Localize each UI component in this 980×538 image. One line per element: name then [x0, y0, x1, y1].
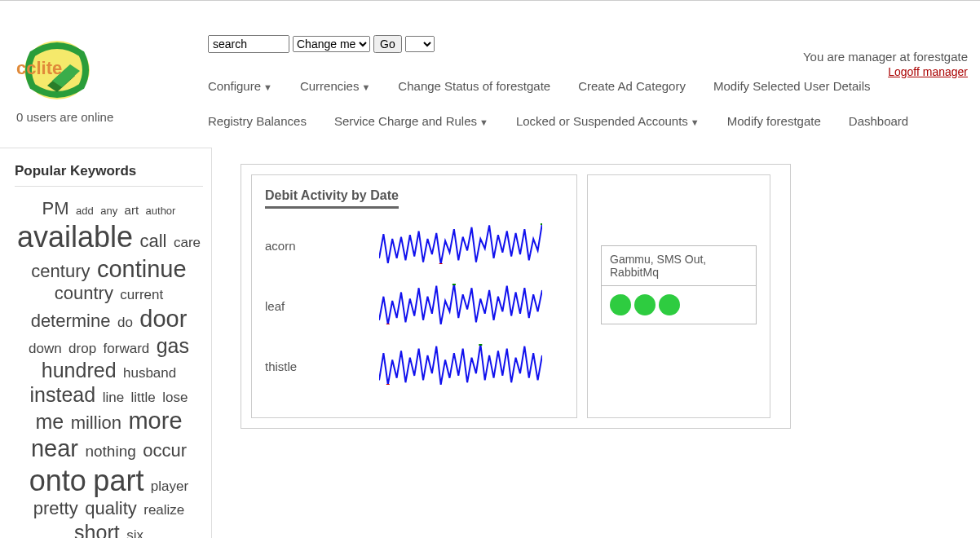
chart-panel: Debit Activity by Date acornleafthistle [251, 174, 577, 418]
tag-short[interactable]: short [73, 521, 121, 538]
search-input[interactable] [208, 35, 289, 53]
status-header: Gammu, SMS Out, RabbitMq [602, 246, 756, 286]
nav-item-4[interactable]: Modify Selected User Details [713, 79, 871, 93]
tag-little[interactable]: little [130, 390, 157, 405]
sparkline [379, 223, 542, 267]
tag-down[interactable]: down [27, 341, 64, 356]
go-button[interactable]: Go [373, 35, 402, 53]
tag-art[interactable]: art [123, 203, 141, 217]
chart-title: Debit Activity by Date [265, 188, 399, 209]
chevron-down-icon: ▼ [479, 117, 488, 127]
tag-near[interactable]: near [29, 435, 80, 461]
main-nav: Configure▼Currencies▼Change Status of fo… [208, 79, 968, 128]
tag-gas[interactable]: gas [155, 334, 191, 357]
tag-care[interactable]: care [172, 235, 202, 250]
search-category-select[interactable]: Change me [293, 36, 370, 52]
nav-item-3[interactable]: Create Ad Category [578, 79, 686, 93]
tag-realize[interactable]: realize [142, 502, 186, 518]
online-count: 0 users are online [16, 110, 113, 124]
chart-label: thistle [265, 359, 379, 373]
sparkline [379, 344, 542, 388]
chevron-down-icon: ▼ [691, 117, 700, 127]
chevron-down-icon: ▼ [263, 82, 272, 92]
dashboard-main: Debit Activity by Date acornleafthistle … [241, 164, 791, 429]
svg-text:cclite: cclite [16, 58, 62, 78]
app-logo: cclite [16, 33, 98, 107]
status-panel: Gammu, SMS Out, RabbitMq [587, 174, 770, 418]
svg-rect-6 [479, 344, 482, 346]
nav-item-2[interactable]: Change Status of forestgate [398, 79, 550, 93]
nav-item-1[interactable]: Currencies▼ [300, 79, 370, 93]
tag-add[interactable]: add [74, 205, 95, 217]
chevron-down-icon: ▼ [361, 82, 370, 92]
tag-current[interactable]: current [118, 287, 165, 302]
tag-me[interactable]: me [33, 410, 65, 433]
status-indicators [602, 286, 756, 324]
secondary-select[interactable] [405, 36, 435, 52]
tag-lose[interactable]: lose [161, 390, 189, 405]
tag-century[interactable]: century [29, 261, 91, 281]
logoff-link[interactable]: Logoff manager [803, 65, 968, 78]
tag-husband[interactable]: husband [121, 365, 178, 381]
tag-instead[interactable]: instead [29, 383, 98, 406]
tag-nothing[interactable]: nothing [83, 443, 137, 460]
tag-available[interactable]: available [15, 220, 135, 254]
nav-item-8[interactable]: Modify forestgate [727, 114, 821, 128]
user-status: You are manager at forestgate Logoff man… [803, 50, 968, 78]
tag-country[interactable]: country [53, 283, 115, 303]
status-dot [659, 294, 680, 315]
status-dot [634, 294, 656, 315]
svg-rect-7 [386, 384, 390, 385]
chart-label: leaf [265, 299, 379, 313]
tag-line[interactable]: line [101, 390, 126, 405]
tag-occur[interactable]: occur [141, 440, 188, 461]
tag-continue[interactable]: continue [95, 256, 188, 282]
tag-author[interactable]: author [144, 205, 178, 217]
chart-row-leaf: leaf [265, 284, 563, 328]
tag-part[interactable]: part [91, 464, 145, 497]
tag-determine[interactable]: determine [29, 311, 113, 331]
tag-call[interactable]: call [139, 231, 169, 251]
nav-item-0[interactable]: Configure▼ [208, 79, 272, 93]
chart-row-acorn: acorn [265, 223, 563, 267]
tag-pretty[interactable]: pretty [32, 498, 80, 518]
status-dot [610, 294, 631, 315]
user-status-text: You are manager at forestgate [803, 50, 968, 64]
nav-item-7[interactable]: Locked or Suspended Accounts▼ [516, 114, 700, 128]
tag-cloud: PM add any art author available call car… [15, 198, 203, 538]
tag-player[interactable]: player [149, 478, 190, 494]
chart-label: acorn [265, 239, 379, 253]
nav-item-9[interactable]: Dashboard [849, 114, 908, 128]
tag-more[interactable]: more [126, 408, 183, 434]
svg-rect-2 [541, 223, 542, 225]
sidebar-title: Popular Keywords [15, 163, 203, 179]
tag-drop[interactable]: drop [67, 341, 98, 356]
tag-million[interactable]: million [69, 412, 123, 433]
tag-hundred[interactable]: hundred [40, 359, 118, 381]
nav-item-5[interactable]: Registry Balances [208, 114, 307, 128]
tag-PM[interactable]: PM [41, 198, 71, 218]
tag-quality[interactable]: quality [83, 498, 139, 518]
svg-rect-3 [439, 263, 443, 264]
svg-rect-4 [452, 284, 456, 285]
tag-do[interactable]: do [116, 315, 135, 330]
nav-item-6[interactable]: Service Charge and Rules▼ [334, 114, 488, 128]
chart-row-thistle: thistle [265, 344, 563, 388]
sidebar: Popular Keywords PM add any art author a… [0, 148, 212, 538]
sparkline [379, 284, 542, 328]
svg-rect-5 [386, 324, 390, 324]
search-bar: Change me Go [208, 35, 435, 53]
tag-door[interactable]: door [138, 306, 188, 332]
tag-any[interactable]: any [99, 205, 119, 217]
tag-six[interactable]: six [125, 527, 145, 538]
tag-forward[interactable]: forward [102, 341, 152, 356]
tag-onto[interactable]: onto [28, 464, 88, 497]
